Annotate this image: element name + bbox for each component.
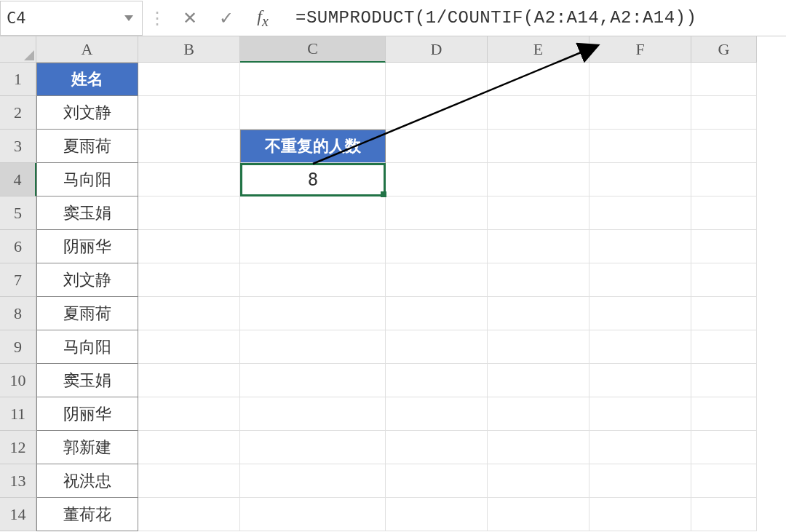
fx-button[interactable]: fx [245,7,281,30]
cancel-formula-button[interactable]: ✕ [172,8,208,28]
col-header-C[interactable]: C [240,36,386,63]
cell-E7[interactable] [488,263,590,297]
cell-B11[interactable] [138,397,240,431]
cell-A14[interactable]: 董荷花 [36,498,138,531]
cell-E12[interactable] [488,431,590,464]
cell-F11[interactable] [590,397,691,431]
cell-G13[interactable] [691,464,757,498]
cell-A12[interactable]: 郭新建 [36,431,138,464]
row-header-7[interactable]: 7 [0,263,36,297]
cell-G6[interactable] [691,230,757,263]
cell-C4[interactable]: 8 [240,163,386,196]
cell-G12[interactable] [691,431,757,464]
cell-B7[interactable] [138,263,240,297]
row-header-5[interactable]: 5 [0,196,36,230]
cell-A3[interactable]: 夏雨荷 [36,130,138,163]
cell-F2[interactable] [590,96,691,130]
col-header-G[interactable]: G [691,36,757,63]
row-header-13[interactable]: 13 [0,464,36,498]
cell-B6[interactable] [138,230,240,263]
cell-E11[interactable] [488,397,590,431]
cell-F4[interactable] [590,163,691,196]
cell-B10[interactable] [138,364,240,397]
cell-F1[interactable] [590,63,691,96]
cell-A8[interactable]: 夏雨荷 [36,297,138,330]
cell-C1[interactable] [240,63,386,96]
cell-D12[interactable] [386,431,488,464]
col-header-E[interactable]: E [488,36,590,63]
row-header-4[interactable]: 4 [0,163,36,196]
row-header-12[interactable]: 12 [0,431,36,464]
cell-C3[interactable]: 不重复的人数 [240,130,386,163]
col-header-F[interactable]: F [590,36,691,63]
name-box[interactable]: C4 [0,1,143,36]
cell-E2[interactable] [488,96,590,130]
cell-G7[interactable] [691,263,757,297]
row-header-1[interactable]: 1 [0,63,36,96]
select-all-corner[interactable] [0,36,36,63]
cell-A9[interactable]: 马向阳 [36,330,138,364]
cell-C8[interactable] [240,297,386,330]
cell-E13[interactable] [488,464,590,498]
cell-E9[interactable] [488,330,590,364]
cell-D10[interactable] [386,364,488,397]
cell-E10[interactable] [488,364,590,397]
cell-E3[interactable] [488,130,590,163]
col-header-D[interactable]: D [386,36,488,63]
cell-B3[interactable] [138,130,240,163]
cell-F9[interactable] [590,330,691,364]
cell-A7[interactable]: 刘文静 [36,263,138,297]
cell-C5[interactable] [240,196,386,230]
cell-A5[interactable]: 窦玉娟 [36,196,138,230]
cell-G8[interactable] [691,297,757,330]
cell-G2[interactable] [691,96,757,130]
cell-C10[interactable] [240,364,386,397]
cell-D3[interactable] [386,130,488,163]
cell-A11[interactable]: 阴丽华 [36,397,138,431]
cell-F14[interactable] [590,498,691,531]
cell-B12[interactable] [138,431,240,464]
cell-E8[interactable] [488,297,590,330]
cell-D7[interactable] [386,263,488,297]
cell-A13[interactable]: 祝洪忠 [36,464,138,498]
cell-A2[interactable]: 刘文静 [36,96,138,130]
cell-F3[interactable] [590,130,691,163]
formula-input[interactable]: =SUMPRODUCT(1/COUNTIF(A2:A14,A2:A14)) [281,8,786,28]
cell-G9[interactable] [691,330,757,364]
cell-C13[interactable] [240,464,386,498]
cell-E1[interactable] [488,63,590,96]
name-box-dropdown-icon[interactable] [124,15,133,21]
cell-D2[interactable] [386,96,488,130]
cell-B8[interactable] [138,297,240,330]
cell-A1[interactable]: 姓名 [36,63,138,96]
cell-E5[interactable] [488,196,590,230]
cell-F12[interactable] [590,431,691,464]
row-header-6[interactable]: 6 [0,230,36,263]
accept-formula-button[interactable]: ✓ [208,8,245,28]
cell-F6[interactable] [590,230,691,263]
cell-D9[interactable] [386,330,488,364]
cell-G10[interactable] [691,364,757,397]
cell-G11[interactable] [691,397,757,431]
cell-D14[interactable] [386,498,488,531]
cell-B13[interactable] [138,464,240,498]
cell-D4[interactable] [386,163,488,196]
row-header-10[interactable]: 10 [0,364,36,397]
cell-G4[interactable] [691,163,757,196]
cell-B2[interactable] [138,96,240,130]
cell-D13[interactable] [386,464,488,498]
cell-B14[interactable] [138,498,240,531]
cell-F8[interactable] [590,297,691,330]
cell-F13[interactable] [590,464,691,498]
cell-D1[interactable] [386,63,488,96]
cell-B5[interactable] [138,196,240,230]
cell-C9[interactable] [240,330,386,364]
cell-E6[interactable] [488,230,590,263]
row-header-11[interactable]: 11 [0,397,36,431]
row-header-3[interactable]: 3 [0,130,36,163]
cell-B9[interactable] [138,330,240,364]
cell-C11[interactable] [240,397,386,431]
row-header-9[interactable]: 9 [0,330,36,364]
cell-E14[interactable] [488,498,590,531]
cell-D8[interactable] [386,297,488,330]
